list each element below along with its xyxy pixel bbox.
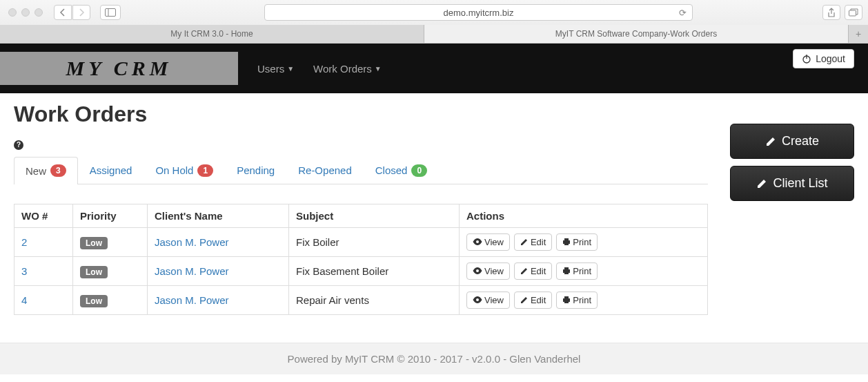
nav-workorders-label: Work Orders xyxy=(313,63,372,75)
brand-text: MY CRM xyxy=(66,57,172,80)
tab-label: Closed xyxy=(375,164,408,176)
back-button[interactable] xyxy=(54,5,72,20)
close-window-button[interactable] xyxy=(8,8,17,17)
tabs-button[interactable] xyxy=(845,5,862,20)
edit-button[interactable]: Edit xyxy=(514,292,552,309)
svg-rect-8 xyxy=(564,243,569,245)
share-icon xyxy=(827,8,836,17)
svg-rect-0 xyxy=(106,9,116,17)
help-icon[interactable]: ? xyxy=(14,140,23,150)
col-client: Client's Name xyxy=(148,204,289,227)
minimize-window-button[interactable] xyxy=(21,8,30,17)
tab-closed[interactable]: Closed 0 xyxy=(364,157,439,184)
nav-workorders-dropdown[interactable]: Work Orders ▼ xyxy=(313,63,382,75)
tab-label: Re-Opened xyxy=(298,164,352,176)
table-row: 2LowJason M. PowerFix BoilerViewEditPrin… xyxy=(14,227,708,256)
view-button[interactable]: View xyxy=(466,292,510,309)
caret-down-icon: ▼ xyxy=(287,65,294,73)
tab-reopened[interactable]: Re-Opened xyxy=(286,157,364,184)
nav-menu: Users ▼ Work Orders ▼ xyxy=(257,44,382,93)
traffic-lights xyxy=(6,8,48,17)
pencil-icon xyxy=(520,267,529,275)
side-actions: Create Client List xyxy=(730,102,854,208)
browser-tab-0[interactable]: My It CRM 3.0 - Home xyxy=(0,25,424,43)
power-icon xyxy=(802,54,811,64)
page-title: Work Orders xyxy=(14,102,708,127)
share-button[interactable] xyxy=(822,5,840,20)
reload-button[interactable]: ⟳ xyxy=(679,8,687,18)
tab-label: On Hold xyxy=(155,164,193,176)
print-icon xyxy=(562,296,571,304)
client-link[interactable]: Jason M. Power xyxy=(155,236,229,248)
sidebar-toggle-button[interactable] xyxy=(100,5,121,20)
browser-chrome: demo.myitcrm.biz ⟳ My It CRM 3.0 - Home … xyxy=(0,0,868,44)
action-cell: ViewEditPrint xyxy=(466,233,700,251)
footer: Powered by MyIT CRM © 2010 - 2017 - v2.0… xyxy=(0,343,868,374)
tab-new[interactable]: New 3 xyxy=(14,157,78,184)
subject-cell: Repair Air vents xyxy=(289,285,460,314)
eye-icon xyxy=(473,296,482,303)
tab-pending[interactable]: Pending xyxy=(225,157,286,184)
svg-rect-2 xyxy=(849,10,856,16)
client-link[interactable]: Jason M. Power xyxy=(155,294,229,306)
svg-rect-16 xyxy=(564,301,569,303)
work-orders-table: WO # Priority Client's Name Subject Acti… xyxy=(14,204,708,315)
maximize-window-button[interactable] xyxy=(34,8,43,17)
tab-assigned[interactable]: Assigned xyxy=(78,157,144,184)
svg-point-9 xyxy=(476,269,479,272)
content: Work Orders ? New 3 Assigned On Hold 1 P… xyxy=(0,93,868,343)
pencil-icon xyxy=(520,296,529,304)
print-button[interactable]: Print xyxy=(556,292,598,309)
table-header-row: WO # Priority Client's Name Subject Acti… xyxy=(14,204,708,227)
priority-badge: Low xyxy=(80,266,108,278)
wo-link[interactable]: 2 xyxy=(21,236,27,248)
client-list-button[interactable]: Client List xyxy=(730,166,854,201)
print-icon xyxy=(562,267,571,275)
pencil-icon xyxy=(765,136,776,147)
browser-toolbar: demo.myitcrm.biz ⟳ xyxy=(0,0,868,25)
svg-point-5 xyxy=(476,240,479,243)
edit-button[interactable]: Edit xyxy=(514,233,552,251)
tab-badge: 3 xyxy=(50,164,66,177)
print-button[interactable]: Print xyxy=(556,262,598,280)
url-bar[interactable]: demo.myitcrm.biz ⟳ xyxy=(264,4,693,21)
sidebar-icon xyxy=(105,8,116,17)
wo-link[interactable]: 4 xyxy=(21,294,27,306)
table-row: 4LowJason M. PowerRepair Air ventsViewEd… xyxy=(14,285,708,314)
create-label: Create xyxy=(782,134,819,149)
pencil-icon xyxy=(520,238,529,246)
eye-icon xyxy=(473,238,482,245)
navbar: MY CRM Users ▼ Work Orders ▼ Logout xyxy=(0,44,868,93)
footer-text: Powered by MyIT CRM © 2010 - 2017 - v2.0… xyxy=(288,353,581,365)
url-text: demo.myitcrm.biz xyxy=(444,8,514,18)
main-area: Work Orders ? New 3 Assigned On Hold 1 P… xyxy=(14,102,708,315)
view-button[interactable]: View xyxy=(466,262,510,280)
new-tab-button[interactable]: + xyxy=(849,25,868,43)
wo-link[interactable]: 3 xyxy=(21,265,27,277)
brand-logo[interactable]: MY CRM xyxy=(0,52,238,85)
tab-onhold[interactable]: On Hold 1 xyxy=(144,157,225,184)
browser-tab-1[interactable]: MyIT CRM Software Company-Work Orders xyxy=(424,25,849,43)
col-wo: WO # xyxy=(14,204,73,227)
client-link[interactable]: Jason M. Power xyxy=(155,265,229,277)
nav-users-label: Users xyxy=(257,63,284,75)
edit-button[interactable]: Edit xyxy=(514,262,552,280)
logout-button[interactable]: Logout xyxy=(793,49,854,68)
create-button[interactable]: Create xyxy=(730,124,854,159)
svg-rect-11 xyxy=(564,267,569,269)
chevron-left-icon xyxy=(59,8,66,17)
svg-rect-7 xyxy=(564,238,569,240)
subject-cell: Fix Boiler xyxy=(289,227,460,256)
print-button[interactable]: Print xyxy=(556,233,598,251)
tab-label: Assigned xyxy=(90,164,132,176)
nav-users-dropdown[interactable]: Users ▼ xyxy=(257,63,294,75)
svg-rect-12 xyxy=(564,272,569,274)
browser-tab-title: MyIT CRM Software Company-Work Orders xyxy=(555,29,717,39)
view-button[interactable]: View xyxy=(466,233,510,251)
svg-point-13 xyxy=(476,298,479,301)
table-row: 3LowJason M. PowerFix Basement BoilerVie… xyxy=(14,256,708,285)
col-priority: Priority xyxy=(73,204,148,227)
forward-button[interactable] xyxy=(72,5,90,20)
tab-label: New xyxy=(26,165,46,177)
toolbar-right-buttons xyxy=(822,5,862,20)
